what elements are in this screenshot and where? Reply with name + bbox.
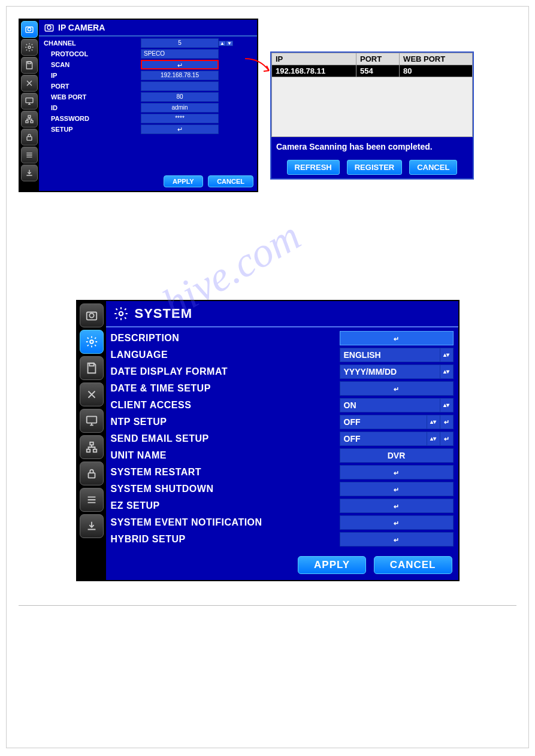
tools-icon[interactable] bbox=[80, 382, 104, 406]
svg-point-13 bbox=[90, 340, 93, 344]
ntp-enter[interactable] bbox=[440, 415, 453, 429]
camera-icon[interactable] bbox=[80, 303, 104, 327]
list-icon[interactable] bbox=[80, 488, 104, 512]
apply-button[interactable]: APPLY bbox=[298, 556, 366, 574]
svg-rect-6 bbox=[26, 121, 28, 123]
gear-icon[interactable] bbox=[80, 330, 104, 354]
tools-icon[interactable] bbox=[21, 75, 38, 92]
email-select[interactable]: OFF▴▾ bbox=[340, 432, 454, 446]
scan-result-popup: IP PORT WEB PORT 192.168.78.11 554 80 Ca… bbox=[270, 51, 474, 180]
client-select[interactable]: ON▴▾ bbox=[340, 398, 454, 412]
channel-down[interactable]: ▼ bbox=[226, 41, 233, 46]
port-label: PORT bbox=[39, 83, 141, 90]
cancel-button[interactable]: CANCEL bbox=[374, 556, 452, 574]
restart-label: SYSTEM RESTART bbox=[111, 467, 340, 478]
refresh-button[interactable]: REFRESH bbox=[287, 160, 340, 175]
description-label: DESCRIPTION bbox=[111, 333, 340, 344]
event-label: SYSTEM EVENT NOTIFICATION bbox=[111, 517, 340, 528]
save-icon[interactable] bbox=[21, 57, 38, 74]
channel-up[interactable]: ▲ bbox=[219, 41, 226, 46]
svg-rect-18 bbox=[93, 450, 96, 453]
ip-label: IP bbox=[39, 72, 141, 79]
system-panel: SYSTEM DESCRIPTION LANGUAGEENGLISH▴▾ DAT… bbox=[76, 300, 460, 581]
svg-point-9 bbox=[47, 26, 51, 29]
unit-value[interactable]: DVR bbox=[340, 448, 454, 463]
password-value[interactable]: **** bbox=[141, 114, 219, 123]
svg-rect-8 bbox=[27, 136, 32, 140]
col-ip: IP bbox=[272, 53, 356, 65]
protocol-label: PROTOCOL bbox=[39, 50, 141, 57]
camera-icon[interactable] bbox=[21, 21, 38, 38]
cancel-button[interactable]: CANCEL bbox=[208, 175, 253, 187]
col-webport: WEB PORT bbox=[400, 53, 473, 65]
register-button[interactable]: REGISTER bbox=[347, 160, 402, 175]
svg-rect-15 bbox=[86, 417, 96, 423]
panel-title: SYSTEM bbox=[106, 301, 458, 327]
ip-value[interactable]: 192.168.78.15 bbox=[141, 71, 219, 80]
network-icon[interactable] bbox=[21, 111, 38, 127]
sidebar-nav bbox=[20, 20, 39, 191]
ntp-label: NTP SETUP bbox=[111, 417, 340, 427]
table-row[interactable]: 192.168.78.11 554 80 bbox=[272, 65, 473, 77]
restart-button[interactable] bbox=[340, 465, 454, 479]
shutdown-label: SYSTEM SHUTDOWN bbox=[111, 484, 340, 494]
password-label: PASSWORD bbox=[39, 115, 141, 122]
svg-rect-16 bbox=[90, 442, 93, 445]
scan-button[interactable] bbox=[141, 60, 219, 69]
svg-point-20 bbox=[119, 312, 123, 316]
webport-value[interactable]: 80 bbox=[141, 92, 219, 102]
event-button[interactable] bbox=[340, 515, 454, 530]
port-value[interactable] bbox=[141, 81, 219, 91]
divider bbox=[19, 605, 516, 606]
sidebar-nav bbox=[77, 301, 106, 580]
apply-button[interactable]: APPLY bbox=[164, 175, 203, 187]
download-icon[interactable] bbox=[21, 165, 38, 181]
lock-icon[interactable] bbox=[80, 462, 104, 485]
email-enter[interactable] bbox=[440, 432, 453, 445]
monitor-icon[interactable] bbox=[21, 93, 38, 110]
chevron-updown-icon[interactable]: ▴▾ bbox=[440, 399, 453, 412]
list-icon[interactable] bbox=[21, 147, 38, 163]
gear-icon[interactable] bbox=[21, 39, 38, 56]
arrow-icon bbox=[245, 56, 275, 80]
svg-rect-14 bbox=[89, 363, 93, 366]
lock-icon[interactable] bbox=[21, 129, 38, 145]
col-port: PORT bbox=[356, 53, 400, 65]
scan-status: Camera Scanning has been completed. bbox=[271, 137, 473, 156]
shutdown-button[interactable] bbox=[340, 482, 454, 496]
description-button[interactable] bbox=[340, 331, 454, 345]
cancel-button[interactable]: CANCEL bbox=[409, 160, 457, 175]
datetime-button[interactable] bbox=[340, 381, 454, 396]
svg-rect-17 bbox=[86, 450, 90, 453]
save-icon[interactable] bbox=[80, 356, 104, 380]
dateformat-label: DATE DISPLAY FORMAT bbox=[111, 366, 340, 377]
svg-rect-3 bbox=[28, 62, 31, 63]
datetime-label: DATE & TIME SETUP bbox=[111, 383, 340, 394]
protocol-value[interactable]: SPECO bbox=[141, 49, 219, 59]
chevron-updown-icon[interactable]: ▴▾ bbox=[427, 415, 440, 429]
language-select[interactable]: ENGLISH▴▾ bbox=[340, 348, 454, 362]
hybrid-button[interactable] bbox=[340, 532, 454, 546]
setup-button[interactable] bbox=[141, 125, 219, 134]
scan-label: SCAN bbox=[39, 61, 141, 68]
chevron-updown-icon[interactable]: ▴▾ bbox=[440, 365, 453, 378]
email-label: SEND EMAIL SETUP bbox=[111, 433, 340, 444]
ip-camera-panel: IP CAMERA CHANNEL5▲▼ PROTOCOLSPECO SCAN … bbox=[19, 19, 258, 192]
chevron-updown-icon[interactable]: ▴▾ bbox=[427, 432, 440, 445]
monitor-icon[interactable] bbox=[80, 409, 104, 433]
svg-point-2 bbox=[28, 46, 31, 48]
dateformat-select[interactable]: YYYY/MM/DD▴▾ bbox=[340, 365, 454, 379]
id-label: ID bbox=[39, 104, 141, 111]
download-icon[interactable] bbox=[80, 514, 104, 538]
network-icon[interactable] bbox=[80, 435, 104, 459]
svg-rect-7 bbox=[31, 121, 33, 123]
channel-value[interactable]: 5 bbox=[141, 38, 219, 48]
ez-button[interactable] bbox=[340, 499, 454, 513]
svg-rect-4 bbox=[26, 98, 33, 103]
webport-label: WEB PORT bbox=[39, 93, 141, 101]
svg-point-0 bbox=[28, 28, 31, 31]
ntp-select[interactable]: OFF▴▾ bbox=[340, 415, 454, 429]
chevron-updown-icon[interactable]: ▴▾ bbox=[440, 348, 453, 362]
id-value[interactable]: admin bbox=[141, 103, 219, 113]
unit-label: UNIT NAME bbox=[111, 450, 340, 461]
